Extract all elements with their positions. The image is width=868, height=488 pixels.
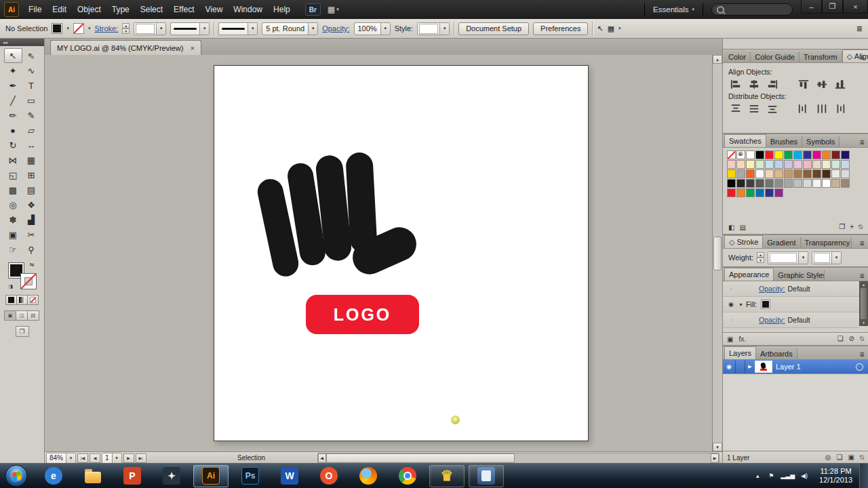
swatch[interactable] <box>755 179 764 188</box>
last-artboard-button[interactable]: ▶| <box>136 453 146 463</box>
swatch[interactable] <box>784 160 793 169</box>
style-combo[interactable]: ▾ <box>417 22 450 35</box>
swatch[interactable] <box>746 179 755 188</box>
chevron-down-icon[interactable]: ▾ <box>66 453 75 463</box>
duplicate-item-icon[interactable]: ❏ <box>837 335 844 343</box>
rectangle-tool[interactable]: ▭ <box>22 93 41 108</box>
stroke-swatch[interactable] <box>20 273 37 289</box>
swatch[interactable] <box>812 169 821 178</box>
swatch[interactable] <box>812 150 821 159</box>
chevron-down-icon[interactable]: ▾ <box>199 23 209 35</box>
appearance-row-fill[interactable]: ◉ ▼ Fill: <box>723 297 859 312</box>
swatch[interactable] <box>831 160 840 169</box>
photoshop-icon[interactable]: Ps <box>233 465 268 487</box>
spin-down-icon[interactable]: ▼ <box>122 28 130 34</box>
panel-menu-icon[interactable]: ≣ <box>859 351 868 359</box>
artboard[interactable]: LOGO <box>214 65 589 441</box>
layer-thumbnail[interactable] <box>755 361 772 373</box>
panel-tab[interactable]: Symbols <box>802 136 840 147</box>
start-button[interactable] <box>5 465 27 487</box>
bridge-button[interactable]: Br <box>305 3 321 16</box>
color-mode-button[interactable] <box>5 295 17 305</box>
swatch[interactable] <box>822 188 831 197</box>
swatch[interactable] <box>765 188 774 197</box>
shape-builder-tool[interactable]: ◱ <box>4 167 22 182</box>
swatch[interactable] <box>755 150 764 159</box>
swatch[interactable] <box>793 188 802 197</box>
swatch[interactable] <box>746 188 755 197</box>
rotate-tool[interactable]: ↻ <box>4 138 22 152</box>
slice-tool[interactable]: ✂ <box>22 227 41 242</box>
zoom-combo[interactable]: 84% ▾ <box>46 453 76 464</box>
swatch[interactable] <box>774 160 783 169</box>
swatch[interactable] <box>784 188 793 197</box>
horizontal-scroll-thumb[interactable] <box>326 453 515 463</box>
panel-tab[interactable]: Graphic Styles <box>774 270 825 281</box>
panel-menu-icon[interactable]: ≣ <box>859 139 868 147</box>
chevron-down-icon[interactable]: ▾ <box>439 23 449 35</box>
opacity-link[interactable]: Opacity: <box>759 316 785 324</box>
cursor-preview-icon[interactable]: ↖ <box>597 24 603 33</box>
chevron-down-icon[interactable]: ▾ <box>248 23 257 35</box>
pencil-tool[interactable]: ✎ <box>22 108 41 123</box>
swatch[interactable] <box>765 169 774 178</box>
swatch[interactable] <box>755 188 764 197</box>
opacity-link[interactable]: Opacity: <box>759 285 785 293</box>
stroke-weight-value[interactable] <box>136 24 155 34</box>
menu-item[interactable]: View <box>200 0 229 19</box>
crown-app-icon[interactable]: ♛ <box>429 465 465 487</box>
draw-inside-button[interactable]: 回 <box>27 310 39 321</box>
status-indicator[interactable]: Selection <box>187 454 316 462</box>
swatch[interactable] <box>727 169 736 178</box>
opacity-combo[interactable]: 100% ▾ <box>354 22 391 35</box>
logo-badge-shape[interactable]: LOGO <box>306 295 419 334</box>
panel-tab[interactable]: Gradient <box>763 237 800 248</box>
swatch[interactable] <box>812 188 821 197</box>
powerpoint-icon[interactable]: P <box>115 465 150 487</box>
show-desktop-button[interactable] <box>859 464 868 488</box>
vertical-scroll-thumb[interactable] <box>713 237 722 270</box>
free-transform-tool[interactable]: ▦ <box>22 152 41 167</box>
chrome-icon[interactable] <box>390 465 425 487</box>
delete-layer-icon[interactable]: ⍉ <box>860 453 864 462</box>
none-mode-button[interactable] <box>27 295 39 305</box>
horizontal-scrollbar[interactable]: ◀ ▶ <box>317 453 719 464</box>
weight-value[interactable] <box>770 253 797 263</box>
appearance-row-opacity[interactable]: ◦ Opacity: Default <box>723 312 859 328</box>
magic-wand-tool[interactable]: ✦ <box>4 63 22 78</box>
pen-tool[interactable]: ✒ <box>4 78 22 93</box>
align-right-button[interactable] <box>765 78 780 91</box>
swatch[interactable] <box>765 150 774 159</box>
swatch-libraries-icon[interactable]: ◧ <box>728 224 734 231</box>
blend-tool[interactable]: ❖ <box>22 197 41 212</box>
swatch[interactable] <box>774 188 783 197</box>
draw-behind-button[interactable]: ◲ <box>16 310 28 321</box>
previous-artboard-button[interactable]: ◀ <box>90 453 100 463</box>
internet-explorer-icon[interactable]: e <box>36 465 71 487</box>
vertical-scrollbar[interactable]: ▲ ▼ <box>712 55 722 451</box>
visibility-eye-icon[interactable]: ◉ <box>726 301 736 308</box>
panel-tab[interactable]: Color Guide <box>751 52 800 62</box>
swatch[interactable] <box>841 150 850 159</box>
stroke-weight-combo[interactable]: ▾ <box>134 22 166 35</box>
lasso-tool[interactable]: ∿ <box>22 63 41 78</box>
swatch[interactable] <box>793 169 802 178</box>
align-horizontal-center-button[interactable] <box>747 78 762 91</box>
swap-fill-stroke-icon[interactable]: ⇆ <box>30 262 35 268</box>
chevron-down-icon[interactable]: ▾ <box>380 23 390 35</box>
network-icon[interactable]: ▂▃▅ <box>781 472 795 479</box>
scroll-thumb[interactable] <box>861 288 867 319</box>
swatch[interactable] <box>746 169 755 178</box>
panel-tab[interactable]: Appearance <box>724 268 774 281</box>
swatch[interactable] <box>736 179 745 188</box>
swatch[interactable] <box>727 160 736 169</box>
opacity-link[interactable]: Opacity: <box>322 24 349 33</box>
visibility-eye-icon[interactable]: ◉ <box>723 360 736 373</box>
gradient-tool[interactable]: ▤ <box>22 182 41 197</box>
swatch[interactable] <box>784 169 793 178</box>
selection-tool[interactable]: ↖ <box>4 48 22 63</box>
stroke-color-swatch[interactable] <box>73 23 84 34</box>
canvas[interactable]: LOGO <box>45 55 712 451</box>
swatch[interactable] <box>822 150 831 159</box>
swatch[interactable] <box>831 179 840 188</box>
